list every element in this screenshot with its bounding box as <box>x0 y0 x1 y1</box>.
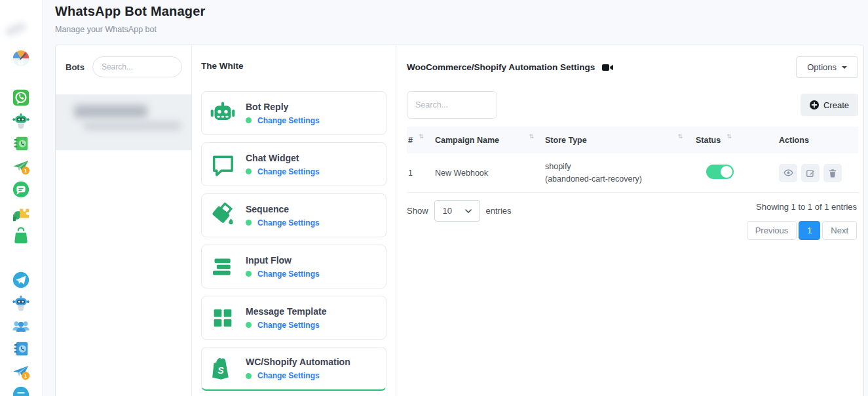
sort-icon[interactable]: ⇅ <box>677 133 683 140</box>
module-title: Chat Widget <box>246 153 320 163</box>
module-card-chat-widget[interactable]: Chat Widget Change Settings <box>201 142 387 186</box>
shopify-bag-icon: S <box>210 355 236 382</box>
robot-icon <box>210 100 236 127</box>
bars-icon <box>210 254 236 280</box>
module-title: Sequence <box>246 204 320 214</box>
bots-search-input[interactable] <box>92 56 182 77</box>
puzzle-hand-integration-icon[interactable] <box>11 203 31 222</box>
main-card: Bots The White <box>55 45 864 396</box>
toggle-knob <box>721 166 732 178</box>
page-1-button[interactable]: 1 <box>799 221 820 240</box>
campaign-name-cell: New Webhook <box>433 168 543 178</box>
paper-plane-badge-green-icon[interactable]: 1 <box>11 157 31 176</box>
table-row: 1 New Webhook shopify (abandoned-cart-re… <box>407 153 858 193</box>
trash-icon <box>828 168 837 178</box>
edit-button[interactable] <box>801 164 820 182</box>
blurred-bot-name <box>74 105 147 118</box>
users-group-blue-icon[interactable] <box>11 316 31 336</box>
change-settings-link[interactable]: Change Settings <box>257 167 320 176</box>
page-title: WhatsApp Bot Manager <box>55 4 206 19</box>
change-settings-link[interactable]: Change Settings <box>257 371 320 380</box>
actions-cell <box>774 164 858 182</box>
speedometer-dashboard-icon[interactable] <box>11 49 31 68</box>
eye-icon <box>783 168 793 178</box>
store-type-cell: shopify (abandoned-cart-recovery) <box>543 161 692 186</box>
page-size-select[interactable]: 10 <box>434 200 480 222</box>
page-header: WhatsApp Bot Manager Manage your WhatsAp… <box>55 4 206 34</box>
column-header-store-type[interactable]: Store Type ⇅ <box>543 136 692 145</box>
module-card-input-flow[interactable]: Input Flow Change Settings <box>201 245 387 288</box>
create-label: Create <box>823 100 849 110</box>
bot-list-item-selected[interactable] <box>56 94 191 150</box>
page-subtitle: Manage your WhatsApp bot <box>55 25 206 34</box>
automation-table: # ⇅ Campaign Name ⇅ Store Type ⇅ Status … <box>407 127 858 193</box>
badge-count: 1 <box>24 168 28 174</box>
module-card-wc-shopify-automation[interactable]: S WC/Shopify Automation Change Settings <box>201 347 387 391</box>
sort-icon[interactable]: ⇅ <box>529 133 534 140</box>
options-label: Options <box>807 62 837 72</box>
column-header-num[interactable]: # ⇅ <box>407 136 433 145</box>
paint-bucket-icon <box>210 203 236 229</box>
bot-name-title: The White <box>201 61 387 71</box>
create-button[interactable]: Create <box>801 94 858 116</box>
app-icon-sidebar: 1 <box>0 0 43 396</box>
whatsapp-icon[interactable] <box>11 88 31 108</box>
table-summary: Showing 1 to 1 of 1 entries <box>756 202 857 212</box>
automation-panel: WooCommerce/Shopify Automation Settings … <box>396 45 863 396</box>
paper-plane-badge-blue-icon[interactable]: 1 <box>11 362 31 382</box>
blurred-bot-name-line2 <box>83 121 181 130</box>
video-tutorial-icon[interactable] <box>602 64 613 71</box>
chevron-down-icon <box>465 209 472 213</box>
chat-circle-partial-icon[interactable] <box>11 385 31 396</box>
column-header-campaign-name[interactable]: Campaign Name ⇅ <box>433 136 543 145</box>
module-title: Input Flow <box>246 255 320 266</box>
status-dot <box>246 220 252 226</box>
grid-icon <box>210 305 236 331</box>
show-label: Show <box>407 206 428 216</box>
column-header-actions: Actions <box>774 136 858 145</box>
status-dot <box>246 322 252 328</box>
shopping-bag-icon[interactable] <box>11 226 31 245</box>
plus-circle-icon <box>810 100 819 109</box>
next-page-button[interactable]: Next <box>822 221 857 240</box>
contact-book-blue-icon[interactable] <box>11 339 31 359</box>
previous-page-button[interactable]: Previous <box>747 221 797 240</box>
table-search-input[interactable] <box>407 91 497 119</box>
entries-label: entries <box>486 206 512 216</box>
badge-count: 1 <box>24 373 28 379</box>
status-dot <box>246 271 252 277</box>
contact-book-green-icon[interactable] <box>11 134 31 153</box>
view-button[interactable] <box>779 164 797 182</box>
edit-icon <box>806 168 815 178</box>
module-title: WC/Shopify Automation <box>246 357 350 367</box>
module-card-sequence[interactable]: Sequence Change Settings <box>201 193 387 237</box>
status-cell <box>692 165 774 181</box>
module-title: Message Template <box>246 306 326 317</box>
status-dot <box>246 117 252 123</box>
delete-button[interactable] <box>823 164 842 182</box>
change-settings-link[interactable]: Change Settings <box>257 218 320 228</box>
robot-blue-icon[interactable] <box>11 293 31 313</box>
change-settings-link[interactable]: Change Settings <box>257 116 320 125</box>
status-dot <box>246 373 252 379</box>
status-dot <box>246 168 252 174</box>
options-button[interactable]: Options <box>796 56 858 78</box>
module-title: Bot Reply <box>246 102 320 112</box>
column-header-status[interactable]: Status ⇅ <box>692 136 774 145</box>
sort-icon[interactable]: ⇅ <box>419 133 424 140</box>
sort-icon[interactable]: ⇅ <box>726 133 732 140</box>
change-settings-link[interactable]: Change Settings <box>257 269 320 279</box>
pagination: Previous 1 Next <box>747 221 857 240</box>
table-header-row: # ⇅ Campaign Name ⇅ Store Type ⇅ Status … <box>407 127 858 153</box>
change-settings-link[interactable]: Change Settings <box>257 321 320 330</box>
module-card-message-template[interactable]: Message Template Change Settings <box>201 296 387 340</box>
telegram-icon[interactable] <box>11 270 31 290</box>
row-number: 1 <box>407 168 433 178</box>
module-card-bot-reply[interactable]: Bot Reply Change Settings <box>201 91 387 135</box>
chat-bubble-green-icon[interactable] <box>11 180 31 199</box>
blurred-logo <box>5 21 28 37</box>
automation-panel-title: WooCommerce/Shopify Automation Settings <box>407 62 595 72</box>
chat-widget-icon <box>210 151 236 178</box>
robot-green-icon[interactable] <box>11 111 31 130</box>
status-toggle[interactable] <box>706 165 734 179</box>
